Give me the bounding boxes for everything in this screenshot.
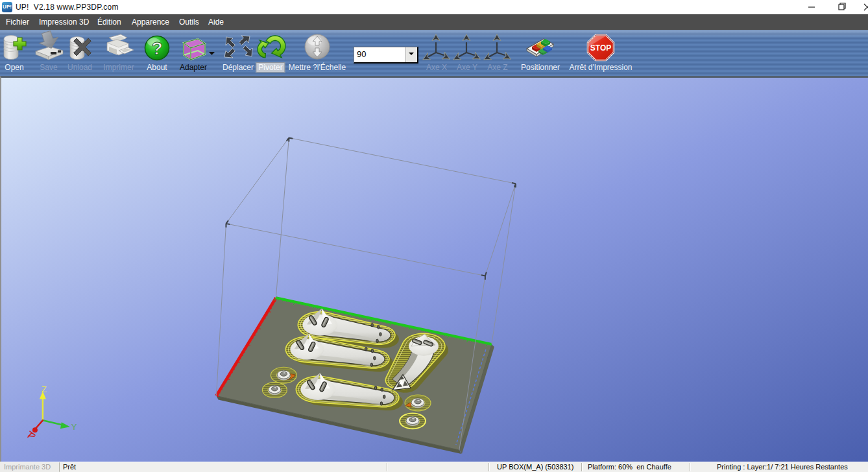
svg-text:?: ?: [151, 38, 162, 58]
svg-text:Z: Z: [42, 384, 47, 394]
svg-text:Y: Y: [71, 422, 77, 432]
svg-text:STOP: STOP: [590, 43, 611, 53]
